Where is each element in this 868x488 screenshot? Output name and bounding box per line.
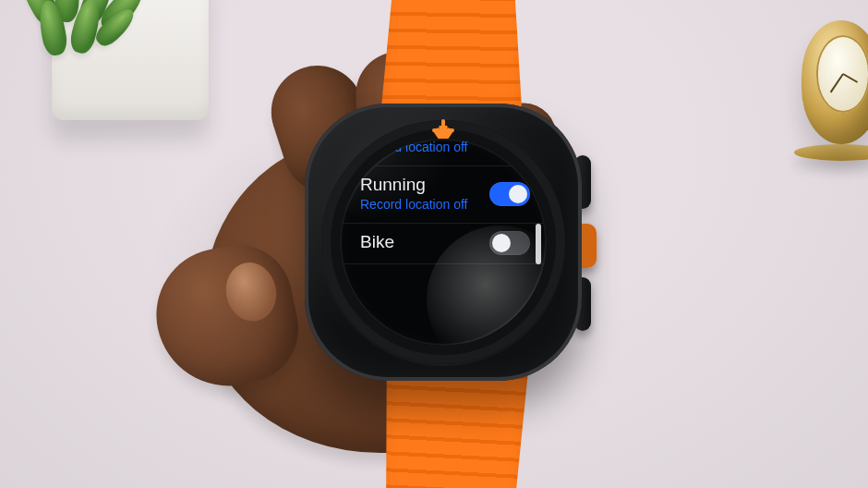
list-item-running[interactable]: Running Record location off [340,166,547,224]
gold-desk-clock [789,20,868,159]
toggle-bike[interactable] [489,231,530,255]
list-item-title: Bike [360,233,495,252]
list-item-bike[interactable]: Bike [340,224,547,264]
list-item-title: Running [360,176,495,195]
scroll-indicator [536,224,541,264]
watch-screen[interactable]: king Record location off Running Record … [340,139,547,346]
photo-scene: king Record location off Running Record … [0,0,868,488]
list-item-subtitle: Record location off [360,197,471,212]
watch-case: king Record location off Running Record … [305,104,582,381]
toggle-running[interactable] [489,182,530,206]
plant-pot [52,0,209,120]
smartwatch: king Record location off Running Record … [305,104,582,381]
